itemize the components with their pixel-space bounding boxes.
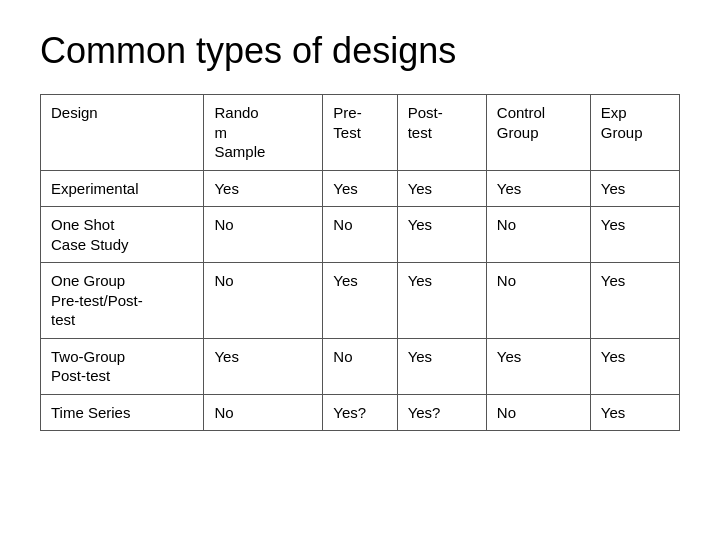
cell-random-3: Yes [204, 338, 323, 394]
header-design: Design [41, 95, 204, 171]
table-row: ExperimentalYesYesYesYesYes [41, 170, 680, 207]
cell-control-2: No [486, 263, 590, 339]
cell-design-4: Time Series [41, 394, 204, 431]
cell-pretest-2: Yes [323, 263, 397, 339]
cell-pretest-1: No [323, 207, 397, 263]
table-row: Time SeriesNoYes?Yes?NoYes [41, 394, 680, 431]
cell-control-4: No [486, 394, 590, 431]
cell-exp-4: Yes [590, 394, 679, 431]
designs-table: Design RandomSample Pre-Test Post-test C… [40, 94, 680, 431]
table-row: One ShotCase StudyNoNoYesNoYes [41, 207, 680, 263]
header-control: ControlGroup [486, 95, 590, 171]
cell-pretest-4: Yes? [323, 394, 397, 431]
header-random: RandomSample [204, 95, 323, 171]
cell-exp-1: Yes [590, 207, 679, 263]
table-header-row: Design RandomSample Pre-Test Post-test C… [41, 95, 680, 171]
cell-random-0: Yes [204, 170, 323, 207]
header-posttest: Post-test [397, 95, 486, 171]
cell-posttest-2: Yes [397, 263, 486, 339]
header-exp: ExpGroup [590, 95, 679, 171]
cell-exp-2: Yes [590, 263, 679, 339]
cell-posttest-0: Yes [397, 170, 486, 207]
page-title: Common types of designs [40, 30, 680, 72]
cell-control-3: Yes [486, 338, 590, 394]
cell-pretest-0: Yes [323, 170, 397, 207]
cell-design-0: Experimental [41, 170, 204, 207]
table-row: Two-GroupPost-testYesNoYesYesYes [41, 338, 680, 394]
header-pretest: Pre-Test [323, 95, 397, 171]
cell-control-0: Yes [486, 170, 590, 207]
cell-design-1: One ShotCase Study [41, 207, 204, 263]
cell-posttest-3: Yes [397, 338, 486, 394]
cell-random-2: No [204, 263, 323, 339]
cell-posttest-1: Yes [397, 207, 486, 263]
cell-design-2: One GroupPre-test/Post-test [41, 263, 204, 339]
page-container: Common types of designs Design RandomSam… [0, 0, 720, 540]
cell-design-3: Two-GroupPost-test [41, 338, 204, 394]
cell-pretest-3: No [323, 338, 397, 394]
table-row: One GroupPre-test/Post-testNoYesYesNoYes [41, 263, 680, 339]
cell-exp-3: Yes [590, 338, 679, 394]
cell-exp-0: Yes [590, 170, 679, 207]
cell-random-4: No [204, 394, 323, 431]
cell-posttest-4: Yes? [397, 394, 486, 431]
cell-control-1: No [486, 207, 590, 263]
cell-random-1: No [204, 207, 323, 263]
